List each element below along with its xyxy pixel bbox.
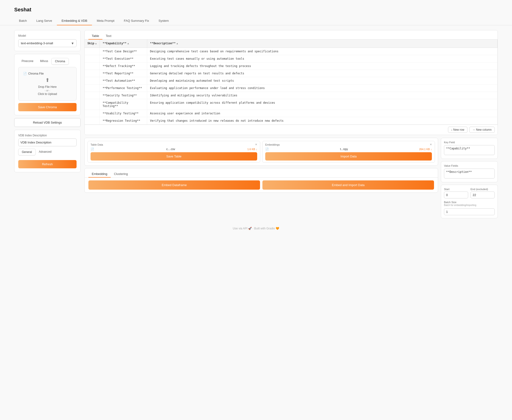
- table-tab-text[interactable]: Text: [102, 33, 115, 39]
- cell-description: Assessing user experience and interactio…: [147, 110, 497, 117]
- bottom-right: Key Field **Capability** Value Fields **…: [441, 138, 498, 218]
- new-row-button[interactable]: ↓ New row: [448, 127, 467, 133]
- gen-tab-general[interactable]: General: [18, 149, 36, 155]
- general-adv-tabs: General Advanced: [18, 149, 77, 155]
- cell-skip: [85, 110, 100, 117]
- batch-size-input[interactable]: [444, 208, 495, 215]
- table-file-icon: 📄: [91, 148, 94, 151]
- file-icon-row: 📄 Chroma File: [23, 72, 72, 75]
- key-field-label: Key Field: [444, 141, 495, 144]
- model-select[interactable]: text-embedding-3-small: [18, 39, 77, 47]
- cell-capability: **Test Case Design**: [100, 48, 147, 55]
- col-header-skip[interactable]: Skip ▲: [85, 39, 100, 48]
- embed-file-name: t...npy: [340, 148, 348, 151]
- start-input[interactable]: [444, 192, 468, 198]
- batch-size-sublabel: Batch for embedding/importing: [444, 204, 476, 206]
- db-tabs: Pinecone Milvus Chroma: [18, 58, 77, 65]
- upload-area[interactable]: 📄 Chroma File ⬆ Drop File Here - or - Cl…: [18, 67, 77, 101]
- upload-or-text: - or -: [23, 89, 72, 92]
- value-fields-input[interactable]: **Description**: [444, 169, 495, 179]
- key-field-section: Key Field **Capability**: [441, 138, 498, 159]
- number-grid: Start End (excluded): [444, 188, 495, 198]
- table-row: **Performance Testing** Evaluating appli…: [85, 84, 497, 92]
- cell-skip: [85, 77, 100, 84]
- embed-tab-embedding[interactable]: Embedding: [88, 171, 111, 178]
- col-header-capability[interactable]: **Capability** ▲: [100, 39, 147, 48]
- cell-skip: [85, 55, 100, 62]
- start-item: Start: [444, 188, 468, 198]
- table-row: **Compatibility Testing** Ensuring appli…: [85, 99, 497, 110]
- db-tab-chroma[interactable]: Chroma: [51, 58, 69, 65]
- cell-description: Identifying and mitigating security vuln…: [147, 92, 497, 99]
- embed-tab-clustering[interactable]: Clustering: [111, 171, 131, 178]
- save-table-button[interactable]: Save Table: [91, 152, 257, 160]
- tab-lang-serve[interactable]: Lang Serve: [31, 17, 57, 25]
- left-panel: Model text-embedding-3-small ▼ Pinecone …: [14, 30, 81, 218]
- table-data-box: Table Data ✕ 📄 c....csv 1.6 KB ↓ Save Ta…: [87, 141, 260, 163]
- table-row: **Defect Tracking** Logging and tracking…: [85, 62, 497, 70]
- start-label: Start: [444, 188, 468, 191]
- cell-capability: **Test Reporting**: [100, 70, 147, 77]
- upload-click-text: Click to Upload: [23, 92, 72, 96]
- cell-description: Verifying that changes introduced in new…: [147, 117, 497, 125]
- col-capability-label: **Capability**: [103, 42, 127, 45]
- db-tab-milvus[interactable]: Milvus: [37, 58, 51, 65]
- embed-file-size: 264.1 KB ↓: [419, 148, 432, 150]
- table-data-close-icon[interactable]: ✕: [255, 143, 257, 146]
- sort-arrow-description: ▲: [177, 42, 178, 45]
- cell-description: Logging and tracking defects throughout …: [147, 62, 497, 70]
- new-col-button[interactable]: → New column: [469, 127, 495, 133]
- bottom-left: Table Data ✕ 📄 c....csv 1.6 KB ↓ Save Ta…: [84, 138, 438, 218]
- table-row: **Security Testing** Identifying and mit…: [85, 92, 497, 99]
- col-header-description[interactable]: **Description** ▲: [147, 39, 497, 48]
- save-chroma-button[interactable]: Save Chroma: [18, 103, 77, 111]
- table-row: **Test Execution** Executing test cases …: [85, 55, 497, 62]
- embed-tabs: Embedding Clustering: [85, 168, 438, 178]
- end-input[interactable]: [471, 192, 495, 198]
- embed-dataframe-button[interactable]: Embed Dataframe: [88, 180, 260, 190]
- embeddings-close-icon[interactable]: ✕: [430, 143, 432, 146]
- model-card: Model text-embedding-3-small ▼: [14, 30, 81, 51]
- table-row: **Usability Testing** Assessing user exp…: [85, 110, 497, 117]
- table-tab-table[interactable]: Table: [88, 33, 102, 39]
- cell-description: Executing test cases manually or using a…: [147, 55, 497, 62]
- cell-skip: [85, 62, 100, 70]
- upload-drop-text: Drop File Here: [23, 85, 72, 89]
- vdb-desc-input[interactable]: [18, 138, 77, 146]
- cell-description: Generating detailed reports on test resu…: [147, 70, 497, 77]
- tab-embedding-vdb[interactable]: Embedding & VDB: [57, 17, 92, 25]
- db-tab-pinecone[interactable]: Pinecone: [18, 58, 37, 65]
- nav-tabs: Batch Lang Serve Embedding & VDB Meta Pr…: [0, 17, 512, 25]
- tab-faq-summary-fix[interactable]: FAQ Summary Fix: [119, 17, 154, 25]
- cell-capability: **Regression Testing**: [100, 117, 147, 125]
- footer: Use via API 🚀 · Built with Gradio 🧡: [0, 223, 512, 234]
- embeddings-box: Embeddings ✕ 📄 t...npy 264.1 KB ↓ Import…: [262, 141, 435, 163]
- key-field-input[interactable]: **Capability**: [444, 145, 495, 155]
- import-data-button[interactable]: Import Data: [265, 152, 432, 160]
- embed-import-button[interactable]: Embed and Import Data: [262, 180, 434, 190]
- tab-batch[interactable]: Batch: [14, 17, 31, 25]
- refresh-button[interactable]: Refresh: [18, 160, 77, 168]
- cell-skip: [85, 99, 100, 110]
- end-label: End (excluded): [471, 188, 495, 191]
- batch-size-label: Batch Size Batch for embedding/importing: [444, 201, 495, 206]
- cell-capability: **Test Execution**: [100, 55, 147, 62]
- tab-meta-prompt[interactable]: Meta Prompt: [92, 17, 119, 25]
- gen-tab-advanced[interactable]: Advanced: [36, 149, 55, 155]
- footer-api-text: Use via API: [233, 227, 248, 230]
- cell-capability: **Security Testing**: [100, 92, 147, 99]
- cell-skip: [85, 117, 100, 125]
- chroma-file-label: Chroma File: [28, 72, 44, 75]
- table-file-name: c....csv: [166, 148, 175, 151]
- table-row: **Test Automation** Developing and maint…: [85, 77, 497, 84]
- file-icon: 📄: [23, 72, 27, 75]
- cell-capability: **Usability Testing**: [100, 110, 147, 117]
- cell-capability: **Test Automation**: [100, 77, 147, 84]
- tab-system[interactable]: System: [154, 17, 173, 25]
- embeddings-header: Embeddings ✕: [265, 143, 432, 146]
- table-row: **Test Reporting** Generating detailed r…: [85, 70, 497, 77]
- data-table-wrapper[interactable]: Skip ▲ **Capability** ▲: [85, 39, 497, 125]
- reload-vdb-button[interactable]: Reload VDB Settings: [14, 118, 81, 127]
- embed-file-icon: 📄: [265, 148, 269, 151]
- table-file-size: 1.6 KB ↓: [247, 148, 257, 150]
